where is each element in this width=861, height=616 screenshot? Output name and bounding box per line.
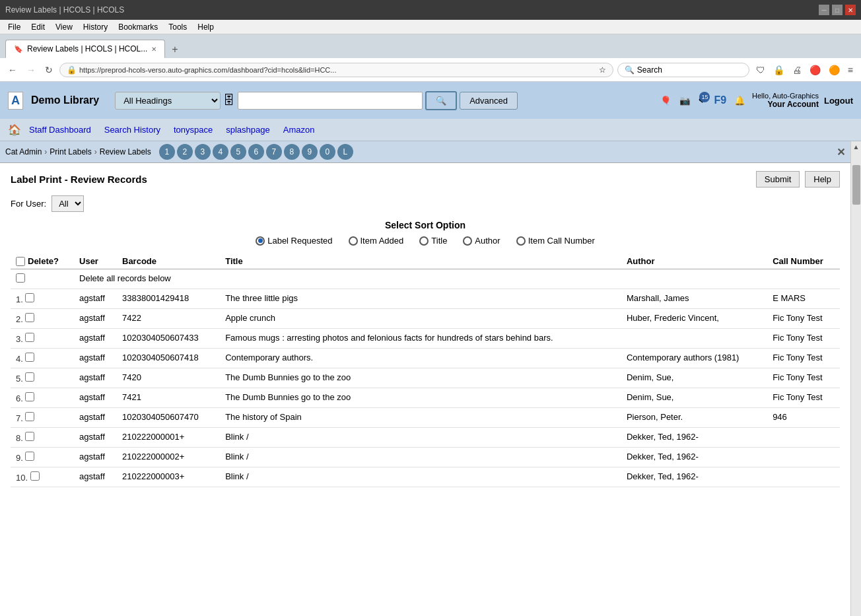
lock-icon[interactable]: 🔒 bbox=[771, 63, 787, 77]
active-tab[interactable]: 🔖 Review Labels | HCOLS | HCOL... ✕ bbox=[5, 40, 165, 58]
sort-radio-requested[interactable] bbox=[256, 236, 265, 246]
user-filter-select[interactable]: All bbox=[52, 195, 84, 212]
bell-icon-button[interactable]: 🔔 bbox=[733, 94, 747, 107]
balloon-icon-button[interactable]: 🎈 bbox=[659, 94, 673, 107]
browser-search-bar[interactable]: 🔍 Search bbox=[617, 63, 749, 77]
nav-amazon[interactable]: Amazon bbox=[278, 123, 320, 136]
delete-all-checkbox[interactable] bbox=[16, 257, 25, 266]
tab-close-button[interactable]: ✕ bbox=[151, 46, 156, 53]
camera-icon: 📷 bbox=[679, 96, 691, 106]
sort-radio-author[interactable] bbox=[463, 236, 472, 246]
app-title: Demo Library bbox=[31, 94, 99, 106]
search-button[interactable]: 🔍 bbox=[425, 91, 457, 110]
sort-radio-call-number[interactable] bbox=[516, 236, 526, 246]
breadcrumb-print-labels[interactable]: Print Labels bbox=[50, 147, 91, 156]
page-7[interactable]: 7 bbox=[266, 144, 282, 160]
page-numbers: 1 2 3 4 5 6 7 8 9 0 L bbox=[159, 144, 353, 160]
title-bar-controls: ─ □ ✕ bbox=[819, 5, 856, 15]
scrollbar[interactable]: ▲ ▼ bbox=[850, 141, 861, 616]
row-number: 10. bbox=[16, 473, 28, 483]
page-8[interactable]: 8 bbox=[284, 144, 300, 160]
close-panel-button[interactable]: ✕ bbox=[837, 146, 845, 158]
menu-dots[interactable]: ≡ bbox=[845, 63, 856, 77]
refresh-button[interactable]: ↻ bbox=[42, 63, 55, 77]
nav-splashpage[interactable]: splashpage bbox=[221, 123, 275, 136]
extension-icon1[interactable]: 🔴 bbox=[807, 63, 823, 77]
forward-button[interactable]: → bbox=[24, 63, 38, 77]
row-checkbox-4[interactable] bbox=[25, 353, 34, 362]
row-checkbox-5[interactable] bbox=[25, 372, 34, 382]
headings-select[interactable]: All Headings bbox=[115, 92, 221, 110]
help-button[interactable]: Help bbox=[805, 171, 840, 188]
scroll-thumb[interactable] bbox=[852, 165, 860, 205]
nav-staff-dashboard[interactable]: Staff Dashboard bbox=[24, 123, 96, 136]
page-4[interactable]: 4 bbox=[213, 144, 228, 160]
new-tab-button[interactable]: + bbox=[166, 41, 183, 58]
nav-tonyspace[interactable]: tonyspace bbox=[168, 123, 218, 136]
submit-button[interactable]: Submit bbox=[756, 171, 800, 188]
search-input[interactable] bbox=[238, 92, 423, 110]
menu-bookmarks[interactable]: Bookmarks bbox=[113, 21, 163, 33]
menu-history[interactable]: History bbox=[78, 21, 113, 33]
f9-icon: F9 bbox=[714, 94, 726, 106]
page-L[interactable]: L bbox=[337, 144, 353, 160]
f9-icon-button[interactable]: F9 bbox=[712, 93, 728, 108]
row-checkbox-1[interactable] bbox=[25, 293, 34, 302]
sort-author[interactable]: Author bbox=[463, 236, 500, 246]
row-checkbox-10[interactable] bbox=[30, 471, 40, 481]
close-window-button[interactable]: ✕ bbox=[845, 5, 856, 15]
minimize-button[interactable]: ─ bbox=[819, 5, 829, 15]
page-0[interactable]: 0 bbox=[320, 144, 335, 160]
advanced-button[interactable]: Advanced bbox=[460, 92, 518, 110]
extension-icon2[interactable]: 🟠 bbox=[826, 63, 843, 77]
menu-help[interactable]: Help bbox=[192, 21, 219, 33]
page-2[interactable]: 2 bbox=[177, 144, 193, 160]
sort-radio-added[interactable] bbox=[349, 236, 358, 246]
page-3[interactable]: 3 bbox=[195, 144, 211, 160]
heart-icon-button[interactable]: ❤ 15 bbox=[697, 94, 707, 107]
scroll-up-arrow[interactable]: ▲ bbox=[851, 141, 861, 152]
page-9[interactable]: 9 bbox=[302, 144, 318, 160]
home-icon[interactable]: 🏠 bbox=[8, 123, 21, 136]
menu-file[interactable]: File bbox=[3, 21, 26, 33]
bookmark-icon[interactable]: ☆ bbox=[599, 65, 606, 75]
col-call-number: Call Number bbox=[767, 254, 840, 269]
sort-title[interactable]: Title bbox=[419, 236, 447, 246]
print-icon[interactable]: 🖨 bbox=[790, 63, 804, 77]
row-number: 8. bbox=[16, 433, 23, 443]
page-5[interactable]: 5 bbox=[230, 144, 246, 160]
row-checkbox-3[interactable] bbox=[25, 333, 34, 342]
bell-icon: 🔔 bbox=[734, 96, 745, 106]
maximize-button[interactable]: □ bbox=[832, 5, 843, 15]
sort-call-number[interactable]: Item Call Number bbox=[516, 236, 595, 246]
back-button[interactable]: ← bbox=[5, 63, 20, 77]
page-6[interactable]: 6 bbox=[248, 144, 264, 160]
database-icon[interactable]: 🗄 bbox=[223, 94, 235, 108]
menu-edit[interactable]: Edit bbox=[26, 21, 50, 33]
row-title: Contemporary authors. bbox=[220, 349, 621, 368]
menu-view[interactable]: View bbox=[50, 21, 78, 33]
url-bar[interactable]: 🔒 https://preprod-hcols-verso.auto-graph… bbox=[59, 63, 613, 77]
row-author: Denim, Sue, bbox=[621, 368, 767, 388]
delete-all-records-checkbox[interactable] bbox=[16, 273, 25, 283]
shield-icon[interactable]: 🛡 bbox=[753, 63, 768, 77]
scroll-track[interactable] bbox=[851, 152, 861, 616]
sort-label-requested[interactable]: Label Requested bbox=[256, 236, 332, 246]
row-checkbox-9[interactable] bbox=[25, 452, 34, 461]
page-1[interactable]: 1 bbox=[159, 144, 175, 160]
row-author: Denim, Sue, bbox=[621, 388, 767, 408]
logout-button[interactable]: Logout bbox=[824, 96, 853, 106]
sort-radio-title[interactable] bbox=[419, 236, 429, 246]
row-checkbox-7[interactable] bbox=[25, 412, 34, 421]
filter-row: For User: All bbox=[11, 195, 840, 212]
menu-tools[interactable]: Tools bbox=[163, 21, 192, 33]
nav-search-history[interactable]: Search History bbox=[99, 123, 166, 136]
row-checkbox-6[interactable] bbox=[25, 392, 34, 401]
row-checkbox-2[interactable] bbox=[25, 313, 34, 322]
row-checkbox-8[interactable] bbox=[25, 432, 34, 441]
sort-item-added[interactable]: Item Added bbox=[349, 236, 404, 246]
breadcrumb-cat-admin[interactable]: Cat Admin bbox=[5, 147, 42, 156]
camera-icon-button[interactable]: 📷 bbox=[678, 94, 692, 107]
account-section[interactable]: Hello, Auto-Graphics Your Account bbox=[752, 92, 819, 109]
row-delete-cell: 8. bbox=[11, 428, 74, 448]
